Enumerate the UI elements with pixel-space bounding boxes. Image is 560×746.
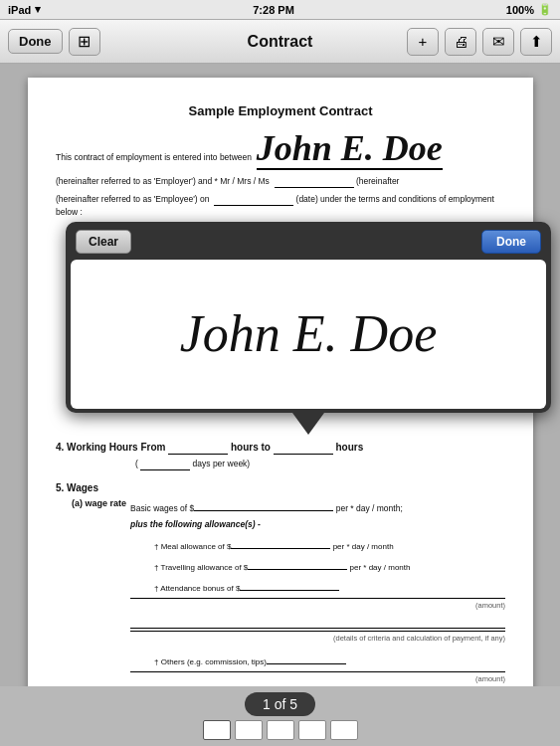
details-underline xyxy=(130,617,505,629)
signature-canvas[interactable]: John E. Doe xyxy=(71,260,546,409)
page-thumb-5[interactable] xyxy=(330,720,358,740)
body-employer: (hereinafter referred to as 'Employer') … xyxy=(56,174,505,188)
section5a-header: (a) wage rate xyxy=(72,497,126,511)
date-field[interactable] xyxy=(214,192,293,206)
page-of: of xyxy=(275,696,290,712)
meal-allowance-field[interactable] xyxy=(231,535,330,549)
toolbar-left: Done ⊞ xyxy=(8,28,100,56)
page-thumb-3[interactable] xyxy=(267,720,294,740)
document-page: Sample Employment Contract This contract… xyxy=(28,78,533,746)
popup-arrow xyxy=(292,413,324,435)
amount-label2: (amount) xyxy=(130,671,505,684)
done-button[interactable]: Done xyxy=(8,29,63,54)
battery-icon: 🔋 xyxy=(538,3,552,16)
email-icon: ✉ xyxy=(492,33,505,51)
basic-wages-field[interactable] xyxy=(194,497,333,511)
grid-icon: ⊞ xyxy=(78,32,91,51)
export-button[interactable]: ⬆ xyxy=(520,28,552,56)
signature-popup: Clear Done John E. Doe xyxy=(66,222,551,413)
days-per-week: ( days per week) xyxy=(135,457,505,470)
signature-popup-header: Clear Done xyxy=(70,226,547,260)
attendance-bonus-field[interactable] xyxy=(240,577,339,591)
print-icon: 🖨 xyxy=(454,33,468,50)
others-line: † Others (e.g. commission, tips) xyxy=(154,651,505,668)
email-button[interactable]: ✉ xyxy=(482,28,514,56)
others-field[interactable] xyxy=(267,651,346,664)
details-label: (details of criteria and calculation of … xyxy=(130,631,505,644)
section4-header: 4. Working Hours From hours to hours xyxy=(56,440,505,455)
status-right: 100% 🔋 xyxy=(506,3,552,16)
grid-view-button[interactable]: ⊞ xyxy=(69,28,100,56)
attendance-bonus-line: † Attendance bonus of $ xyxy=(154,577,505,595)
page-badge: 1 of 5 xyxy=(245,692,315,716)
toolbar: Done ⊞ Contract + 🖨 ✉ ⬆ xyxy=(0,20,560,64)
page-current: 1 xyxy=(263,696,271,712)
clear-signature-button[interactable]: Clear xyxy=(76,230,131,254)
hours-to-field[interactable] xyxy=(274,441,333,455)
page-thumbnails xyxy=(203,720,358,740)
section4-text: From hours to hours xyxy=(140,442,363,453)
page-thumb-1[interactable] xyxy=(203,720,231,740)
section5-header: 5. Wages xyxy=(56,480,505,495)
toolbar-title: Contract xyxy=(248,33,313,51)
contract-intro: This contract of employment is entered i… xyxy=(56,129,505,171)
battery-label: 100% xyxy=(506,4,534,16)
print-button[interactable]: 🖨 xyxy=(445,28,476,56)
signature-drawing: John E. Doe xyxy=(180,295,437,373)
signature-name-field[interactable]: John E. Doe xyxy=(257,129,443,171)
amount-label: (amount) xyxy=(130,598,505,611)
time-label: 7:28 PM xyxy=(253,4,294,16)
employer-name-field[interactable] xyxy=(275,174,354,188)
page-indicator-bar: 1 of 5 xyxy=(0,686,560,746)
status-bar: iPad ▾ 7:28 PM 100% 🔋 xyxy=(0,0,560,20)
basic-wages-line: Basic wages of $ per * day / month; xyxy=(130,497,505,515)
page-total: 5 xyxy=(289,696,297,712)
body-line1: This contract of employment is entered i… xyxy=(56,152,252,162)
add-icon: + xyxy=(419,33,428,50)
meal-allowance-line: † Meal allowance of $ per * day / month xyxy=(154,535,505,553)
body-employee: (hereinafter referred to as 'Employee') … xyxy=(56,192,505,219)
days-field[interactable] xyxy=(140,457,190,470)
page-thumb-2[interactable] xyxy=(235,720,263,740)
done-signature-button[interactable]: Done xyxy=(481,230,541,254)
export-icon: ⬆ xyxy=(530,33,543,51)
add-button[interactable]: + xyxy=(407,28,439,56)
document-title: Sample Employment Contract xyxy=(56,101,505,121)
status-left: iPad ▾ xyxy=(8,3,41,16)
page-thumb-4[interactable] xyxy=(298,720,326,740)
toolbar-right: + 🖨 ✉ ⬆ xyxy=(407,28,552,56)
plus-allowance: plus the following allowance(s) - xyxy=(130,518,505,531)
wifi-icon: ▾ xyxy=(35,3,41,16)
carrier-label: iPad xyxy=(8,4,31,16)
travel-allowance-field[interactable] xyxy=(248,556,347,570)
main-content: Sample Employment Contract This contract… xyxy=(0,64,560,746)
travel-allowance-line: † Travelling allowance of $ per * day / … xyxy=(154,556,505,574)
hours-from-field[interactable] xyxy=(168,441,228,455)
